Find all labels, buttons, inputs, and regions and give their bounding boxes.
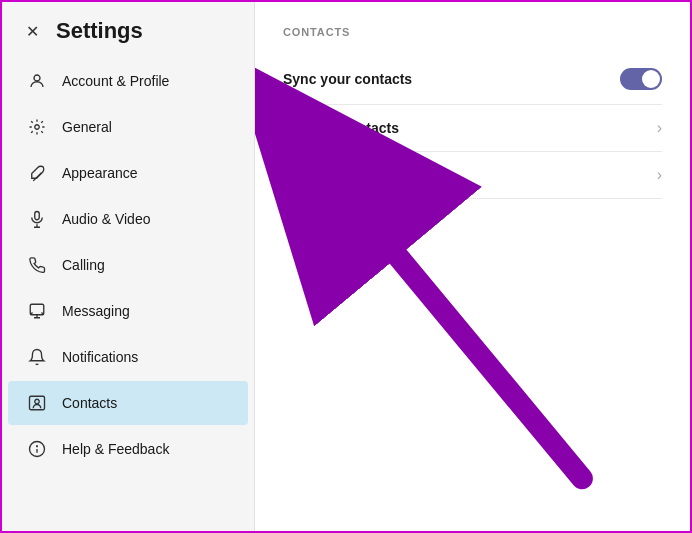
blocked-contacts-item[interactable]: Blocked contacts › bbox=[283, 105, 662, 152]
privacy-label: Privacy bbox=[283, 167, 333, 183]
sidebar: ✕ Settings Account & Profile General bbox=[2, 2, 255, 531]
svg-rect-5 bbox=[30, 396, 45, 410]
sync-contacts-toggle[interactable] bbox=[620, 68, 662, 90]
bell-icon bbox=[26, 346, 48, 368]
sidebar-item-label-general: General bbox=[62, 119, 112, 135]
sidebar-item-general[interactable]: General bbox=[8, 105, 248, 149]
svg-point-0 bbox=[34, 75, 40, 81]
privacy-item[interactable]: Privacy › bbox=[283, 152, 662, 199]
svg-rect-3 bbox=[35, 212, 40, 220]
sidebar-header: ✕ Settings bbox=[2, 2, 254, 54]
sidebar-item-account[interactable]: Account & Profile bbox=[8, 59, 248, 103]
sidebar-item-audio-video[interactable]: Audio & Video bbox=[8, 197, 248, 241]
sidebar-item-label-notifications: Notifications bbox=[62, 349, 138, 365]
sidebar-item-label-messaging: Messaging bbox=[62, 303, 130, 319]
person-icon bbox=[26, 70, 48, 92]
blocked-contacts-chevron-icon: › bbox=[657, 119, 662, 137]
svg-line-11 bbox=[314, 156, 582, 479]
sidebar-item-label-audio-video: Audio & Video bbox=[62, 211, 150, 227]
section-title: CONTACTS bbox=[283, 26, 662, 38]
sidebar-item-label-appearance: Appearance bbox=[62, 165, 138, 181]
sidebar-item-calling[interactable]: Calling bbox=[8, 243, 248, 287]
phone-icon bbox=[26, 254, 48, 276]
sidebar-item-label-account: Account & Profile bbox=[62, 73, 169, 89]
sidebar-item-label-help: Help & Feedback bbox=[62, 441, 169, 457]
sync-contacts-item[interactable]: Sync your contacts bbox=[283, 54, 662, 105]
mic-icon bbox=[26, 208, 48, 230]
svg-line-2 bbox=[33, 173, 41, 181]
main-content: CONTACTS Sync your contacts Blocked cont… bbox=[255, 2, 690, 531]
sync-contacts-label: Sync your contacts bbox=[283, 71, 412, 87]
chat-icon bbox=[26, 300, 48, 322]
sidebar-item-messaging[interactable]: Messaging bbox=[8, 289, 248, 333]
privacy-chevron-icon: › bbox=[657, 166, 662, 184]
sidebar-item-appearance[interactable]: Appearance bbox=[8, 151, 248, 195]
sidebar-item-notifications[interactable]: Notifications bbox=[8, 335, 248, 379]
sidebar-item-label-calling: Calling bbox=[62, 257, 105, 273]
settings-title: Settings bbox=[56, 18, 143, 44]
sidebar-item-label-contacts: Contacts bbox=[62, 395, 117, 411]
close-button[interactable]: ✕ bbox=[20, 19, 44, 43]
contacts-icon bbox=[26, 392, 48, 414]
sidebar-nav: Account & Profile General Appearance bbox=[2, 54, 254, 476]
sidebar-item-contacts[interactable]: Contacts bbox=[8, 381, 248, 425]
svg-point-1 bbox=[35, 125, 40, 130]
blocked-contacts-label: Blocked contacts bbox=[283, 120, 399, 136]
gear-icon bbox=[26, 116, 48, 138]
info-icon bbox=[26, 438, 48, 460]
sidebar-item-help[interactable]: Help & Feedback bbox=[8, 427, 248, 471]
svg-point-6 bbox=[35, 399, 40, 404]
brush-icon bbox=[26, 162, 48, 184]
